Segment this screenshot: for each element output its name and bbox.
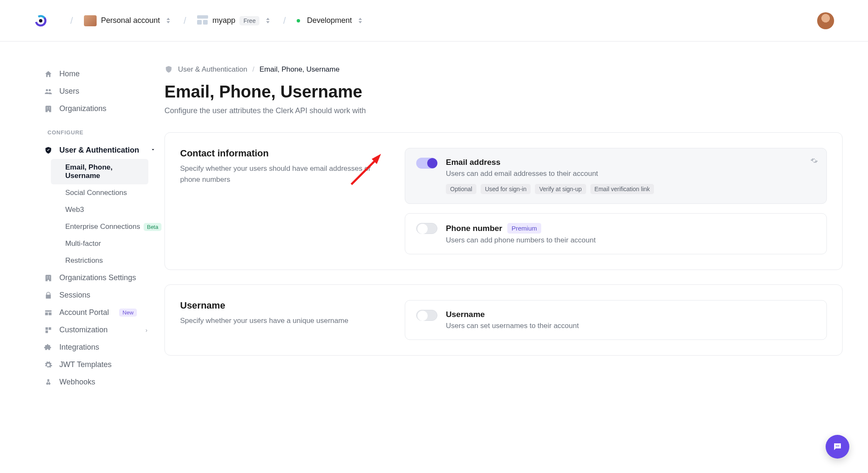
sidebar-item-jwt-templates[interactable]: JWT Templates xyxy=(44,356,164,373)
main-content: User & Authentication / Email, Phone, Us… xyxy=(164,42,868,473)
page-subtitle: Configure the user attributes the Clerk … xyxy=(164,106,843,115)
svg-point-2 xyxy=(39,19,42,22)
toggle-phone[interactable] xyxy=(416,223,437,234)
sidebar-item-account-portal[interactable]: Account PortalNew xyxy=(44,304,164,321)
option-phone: Phone numberPremiumUsers can add phone n… xyxy=(405,213,827,254)
breadcrumb-current: Email, Phone, Username xyxy=(259,65,339,74)
card-desc: Specify whether your users should have e… xyxy=(180,163,379,185)
sidebar-subitem-restrictions[interactable]: Restrictions xyxy=(61,252,164,269)
chevron-updown-icon[interactable] xyxy=(266,17,272,25)
sidebar-subitem-label: Enterprise Connections xyxy=(65,223,140,231)
sidebar-item-customization[interactable]: Customization› xyxy=(44,321,164,339)
sidebar-subitem-social-connections[interactable]: Social Connections xyxy=(61,184,164,201)
status-dot-icon xyxy=(297,19,300,22)
shield-icon xyxy=(164,65,173,74)
beta-badge: Beta xyxy=(144,223,162,231)
sidebar-subitem-label: Social Connections xyxy=(65,189,127,197)
gear-icon[interactable] xyxy=(810,157,818,166)
portal-icon xyxy=(44,309,53,317)
sidebar-subitem-email-phone-username[interactable]: Email, Phone, Username xyxy=(51,159,148,184)
svg-point-7 xyxy=(838,445,839,446)
gear-icon xyxy=(44,361,53,369)
webhook-icon xyxy=(44,378,53,387)
breadcrumb-sep: / xyxy=(70,15,73,26)
sidebar-item-label: Organizations Settings xyxy=(59,273,136,282)
option-desc: Users can add email addresses to their a… xyxy=(446,170,815,178)
option-title: Username xyxy=(446,310,485,319)
option-username: UsernameUsers can set usernames to their… xyxy=(405,300,827,340)
sidebar-subitem-web3[interactable]: Web3 xyxy=(61,201,164,218)
account-avatar-icon xyxy=(84,15,97,26)
page-title: Email, Phone, Username xyxy=(164,82,843,101)
option-email: Email addressUsers can add email address… xyxy=(405,148,827,204)
card-username: Username Specify whether your users have… xyxy=(164,284,843,356)
option-desc: Users can set usernames to their account xyxy=(446,322,815,330)
shield-icon xyxy=(44,146,53,155)
breadcrumb-account[interactable]: Personal account xyxy=(84,15,172,26)
sidebar-item-label: Users xyxy=(59,87,79,96)
sidebar-item-label: JWT Templates xyxy=(59,360,111,369)
option-tags: OptionalUsed for sign-inVerify at sign-u… xyxy=(446,184,815,194)
toggle-email[interactable] xyxy=(416,158,437,169)
custom-icon xyxy=(44,326,53,334)
sidebar-item-label: Customization xyxy=(59,326,108,334)
tag: Email verification link xyxy=(590,184,654,194)
chevron-down-icon xyxy=(150,146,156,155)
sidebar-item-users[interactable]: Users xyxy=(44,83,164,100)
users-icon xyxy=(44,87,53,96)
sidebar-item-label: Home xyxy=(59,70,80,78)
user-avatar[interactable] xyxy=(817,12,834,29)
sidebar-item-organizations-settings[interactable]: Organizations Settings xyxy=(44,269,164,287)
sidebar-section-configure: CONFIGURE xyxy=(0,117,164,142)
sidebar-item-label: Webhooks xyxy=(59,378,95,387)
chevron-updown-icon[interactable] xyxy=(167,17,172,25)
breadcrumb-app-label: myapp xyxy=(212,16,235,25)
new-badge: New xyxy=(119,309,137,317)
option-title: Phone number xyxy=(446,224,502,233)
logo[interactable] xyxy=(34,14,47,28)
sidebar-item-user-auth[interactable]: User & Authentication xyxy=(44,142,164,159)
sidebar-item-webhooks[interactable]: Webhooks xyxy=(44,373,164,391)
sidebar-subitem-multi-factor[interactable]: Multi-factor xyxy=(61,235,164,252)
building-icon xyxy=(44,274,53,282)
chevron-updown-icon[interactable] xyxy=(359,17,364,25)
chat-fab[interactable] xyxy=(826,435,849,459)
sidebar-item-integrations[interactable]: Integrations xyxy=(44,339,164,356)
breadcrumb-account-label: Personal account xyxy=(101,16,160,25)
tag: Verify at sign-up xyxy=(535,184,586,194)
sidebar-item-label: Organizations xyxy=(59,104,106,113)
sidebar-item-label: Sessions xyxy=(59,291,90,300)
building-icon xyxy=(44,105,53,113)
card-contact-info: Contact information Specify whether your… xyxy=(164,132,843,270)
sidebar-subitem-label: Restrictions xyxy=(65,256,103,264)
sidebar-item-organizations[interactable]: Organizations xyxy=(44,100,164,117)
sidebar-subitem-label: Web3 xyxy=(65,206,84,214)
card-title: Username xyxy=(180,300,379,311)
card-title: Contact information xyxy=(180,148,379,159)
breadcrumb-env-label: Development xyxy=(307,16,352,25)
tag: Optional xyxy=(446,184,476,194)
breadcrumb-app[interactable]: myapp Free xyxy=(197,15,272,26)
option-title: Email address xyxy=(446,158,501,167)
sidebar-subitem-enterprise-connections[interactable]: Enterprise ConnectionsBeta xyxy=(61,218,164,235)
lock-icon xyxy=(44,291,53,300)
premium-badge: Premium xyxy=(507,223,541,234)
sidebar-item-sessions[interactable]: Sessions xyxy=(44,287,164,304)
card-desc: Specify whether your users have a unique… xyxy=(180,315,379,326)
breadcrumb-sep: / xyxy=(252,65,254,74)
breadcrumb: User & Authentication / Email, Phone, Us… xyxy=(164,65,843,74)
sidebar-item-label: Integrations xyxy=(59,343,99,352)
puzzle-icon xyxy=(44,343,53,352)
breadcrumb-parent[interactable]: User & Authentication xyxy=(178,65,247,74)
sidebar-subitem-label: Email, Phone, Username xyxy=(65,163,112,180)
sidebar-item-label: Account Portal xyxy=(59,308,109,317)
svg-point-5 xyxy=(836,445,837,446)
sidebar: HomeUsersOrganizations CONFIGURE User & … xyxy=(0,42,164,473)
app-icon xyxy=(197,15,208,26)
plan-badge: Free xyxy=(239,16,259,25)
breadcrumb-env[interactable]: Development xyxy=(297,16,364,25)
sidebar-item-home[interactable]: Home xyxy=(44,65,164,83)
option-desc: Users can add phone numbers to their acc… xyxy=(446,236,815,245)
toggle-username[interactable] xyxy=(416,310,437,321)
tag: Used for sign-in xyxy=(481,184,531,194)
